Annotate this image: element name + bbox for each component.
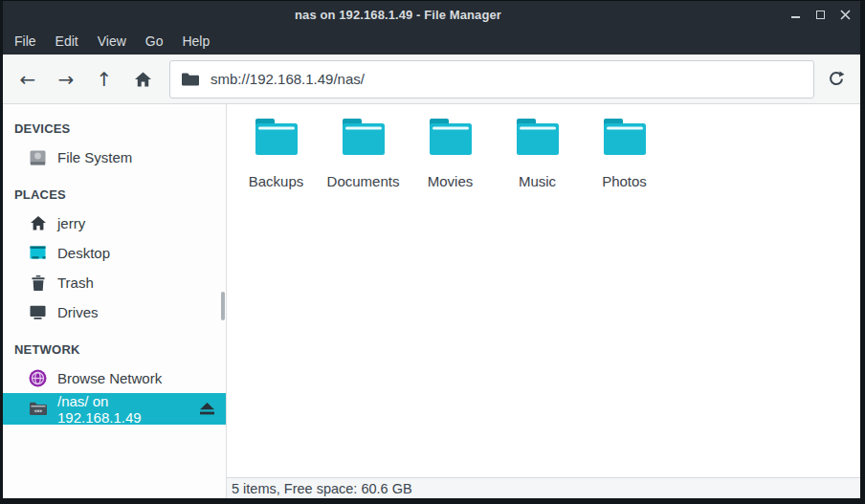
harddisk-icon [29,150,47,165]
sidebar-item-label: Drives [57,304,99,320]
folder-icon [182,73,199,86]
sidebar-header-places: PLACES [3,180,226,208]
desktop-icon [29,246,47,260]
folder-label: Photos [602,173,647,189]
minimize-icon [791,16,800,18]
trash-icon [29,275,47,291]
sidebar-item-file-system[interactable]: File System [3,142,226,172]
sidebar-item-label: jerry [57,215,85,231]
menubar: File Edit View Go Help [3,28,860,55]
eject-button[interactable] [200,403,214,415]
sidebar-item-trash[interactable]: Trash [3,268,226,297]
folder-label: Backups [249,173,304,189]
sidebar-item-label: Browse Network [57,370,162,386]
home-icon [135,72,151,87]
maximize-button[interactable] [814,9,826,20]
shared-folder-icon [29,402,47,416]
menu-edit[interactable]: Edit [46,30,88,53]
sidebar-item-label: File System [57,149,132,165]
sidebar-item-label: /nas/ on 192.168.1.49 [57,393,189,426]
forward-button[interactable]: → [47,60,85,99]
back-icon: ← [20,70,36,89]
sidebar: DEVICES File System PLACES jerry Desktop [3,104,227,498]
minimize-button[interactable] [789,9,801,20]
folder-icon [515,119,561,159]
folder-backups[interactable]: Backups [233,112,320,189]
sidebar-item-browse-network[interactable]: Browse Network [3,363,226,393]
folder-movies[interactable]: Movies [407,112,494,189]
forward-icon: → [58,70,75,89]
menu-go[interactable]: Go [136,30,173,53]
sidebar-item-desktop[interactable]: Desktop [3,238,226,268]
sidebar-item-jerry[interactable]: jerry [3,208,226,238]
app-body: DEVICES File System PLACES jerry Desktop [3,104,860,498]
status-text: 5 items, Free space: 60.6 GB [232,481,412,496]
sidebar-header-devices: DEVICES [3,114,226,142]
drives-icon [29,305,47,319]
statusbar: 5 items, Free space: 60.6 GB [227,477,860,498]
folder-label: Documents [327,173,400,189]
refresh-icon [828,71,845,87]
sidebar-item-label: Desktop [57,245,110,261]
window-title: nas on 192.168.1.49 - File Manager [3,8,793,22]
home-icon [29,216,47,230]
folder-icon [341,119,387,159]
address-bar[interactable]: smb://192.168.1.49/nas/ [169,60,814,99]
folder-music[interactable]: Music [494,112,581,189]
folder-icon [602,119,648,159]
toolbar: ← → ↑ smb://192.168.1.49/nas/ [3,55,860,104]
maximize-icon [816,11,825,19]
back-button[interactable]: ← [9,60,47,99]
close-icon [840,10,851,20]
folder-icon [428,119,474,159]
file-manager-window: nas on 192.168.1.49 - File Manager File … [0,0,865,504]
file-view[interactable]: Backups Documents Mo [227,104,860,477]
sidebar-header-network: NETWORK [3,335,226,363]
folder-photos[interactable]: Photos [581,112,668,189]
refresh-button[interactable] [818,60,854,99]
menu-file[interactable]: File [5,30,46,53]
network-globe-icon [29,369,47,387]
sidebar-item-label: Trash [57,274,94,291]
menu-view[interactable]: View [88,30,136,53]
sidebar-item-drives[interactable]: Drives [3,297,226,327]
titlebar[interactable]: nas on 192.168.1.49 - File Manager [3,1,860,28]
address-input[interactable]: smb://192.168.1.49/nas/ [211,71,365,87]
home-button[interactable] [123,60,162,99]
sidebar-scrollbar[interactable] [221,292,225,320]
eject-icon [200,403,214,415]
up-icon: ↑ [97,70,113,89]
folder-documents[interactable]: Documents [320,112,407,189]
folder-label: Movies [428,173,474,189]
folder-label: Music [519,173,556,189]
folder-icon [254,119,299,159]
close-button[interactable] [839,9,851,20]
window-controls [789,1,851,28]
sidebar-item-nas-share[interactable]: /nas/ on 192.168.1.49 [3,393,226,425]
menu-help[interactable]: Help [172,30,219,53]
main-column: Backups Documents Mo [227,104,860,498]
up-button[interactable]: ↑ [85,60,123,99]
